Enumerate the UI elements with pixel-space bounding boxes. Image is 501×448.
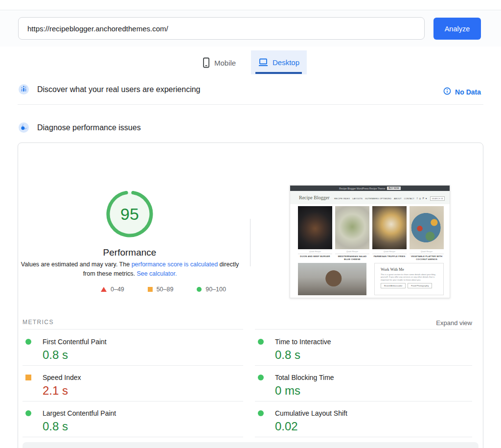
row-divider [255,437,472,437]
thumb-post-3: Quick Recipe PARMESAN TRUFFLE FRIES [372,206,407,258]
fcp-status-icon [25,339,31,345]
performance-gauge: 95 [105,189,154,238]
thumb-nav-recipe-index: RECIPE INDEX [334,197,350,200]
thumb-nav-gutenberg: GUTENBERG OPTIMIZED [365,197,391,200]
cls-value: 0.02 [275,420,298,433]
collapsed-section-bar[interactable] [23,442,478,448]
thumb-search-icon [441,198,443,199]
thumb-search-label: SEARCH [432,197,440,200]
legend-good-label: 90–100 [205,286,226,293]
thumb-post-4: Quick Recipe VEGETABLE PLATTER WITH COCO… [410,206,444,260]
disclaimer-text: Values are estimated and may vary. The [21,261,132,268]
thumb-post-title: PARMESAN TRUFFLE FRIES [372,254,407,258]
row-divider [23,365,243,366]
tti-label: Time to Interactive [275,338,331,346]
tab-mobile[interactable]: Mobile [203,54,236,71]
field-data-section-header: Discover what your real users are experi… [0,84,501,94]
thumb-buy-now-button: BUY NOW [387,187,400,190]
pagespeed-insights-page: Analyze Mobile Desktop [0,0,501,448]
row-divider [255,365,472,366]
thumb-post-title: VEGETABLE PLATTER WITH COCONUT AMINOS [410,254,444,260]
tab-mobile-label: Mobile [214,59,236,67]
tti-value: 0.8 s [275,348,300,362]
thumb-post-kicker: Quick Recipe [410,250,444,253]
thumb-post-title: MEDITERRANEAN SALAD BLUE CHEESE [335,254,369,260]
thumb-work-title: Work With Me [381,267,437,272]
thumb-site-logo: Recipe Blogger [299,195,329,200]
performance-disclaimer: Values are estimated and may vary. The p… [19,260,241,279]
tti-status-icon [258,339,264,345]
metrics-heading: METRICS [23,319,54,326]
lcp-status-icon [25,410,31,416]
speed-index-value: 2.1 s [43,384,68,398]
row-divider [255,401,472,401]
desktop-laptop-icon [258,58,268,67]
tab-desktop[interactable]: Desktop [251,50,307,74]
thumb-site-header: Recipe Blogger RECIPE INDEX LAYOUTS GUTE… [290,191,450,204]
thumb-post-title: DIJON AND BEEF BURGER [298,254,332,258]
final-screenshot-thumbnail[interactable]: Recipe Blogger WordPress Recipe Theme BU… [290,185,450,298]
good-circle-icon [197,287,202,292]
thumb-social-icons: f ◎ P ♥ [417,197,428,200]
field-data-title: Discover what your real users are experi… [37,85,200,94]
thumb-post-kicker: Quick Recipe [298,250,332,253]
thumb-work-body: This is a great section to share some de… [381,273,437,281]
speed-index-label: Speed Index [43,374,81,381]
thumb-nav-contact: CONTACT [404,197,414,200]
score-legend: 0–49 50–89 90–100 [101,286,226,293]
thumb-work-buttons: Brand Ambassador Food Photography [381,283,437,288]
average-square-icon [148,287,153,292]
thumb-post-image-fries [372,206,407,249]
thumb-post-kicker: Quick Recipe [372,250,407,253]
tab-selected-underline [255,72,302,74]
tbt-value: 0 ms [275,384,300,398]
speed-index-status-icon [25,375,31,380]
lab-data-section-header: Diagnose performance issues [0,122,501,133]
row-divider [23,437,243,437]
legend-average: 50–89 [148,286,174,293]
thumb-site-nav: RECIPE INDEX LAYOUTS GUTENBERG OPTIMIZED… [334,196,445,201]
no-data-status[interactable]: No Data [443,87,481,97]
column-divider [250,219,250,266]
fcp-value: 0.8 s [43,348,68,362]
thumb-nav-about: ABOUT [394,197,401,200]
see-calculator-link[interactable]: See calculator. [137,270,177,277]
score-calc-link[interactable]: performance score is calculated [132,261,218,268]
legend-good: 90–100 [197,286,226,293]
url-input[interactable] [18,17,425,40]
diagnose-icon [19,122,29,133]
thumb-post-kicker: Quick Recipe [335,250,369,253]
thumb-work-with-me-card: Work With Me This is a great section to … [374,263,444,295]
tbt-label: Total Blocking Time [275,374,334,381]
fcp-label: First Contentful Paint [43,338,107,346]
thumb-search-box: SEARCH [430,196,445,201]
thumb-post-1: Quick Recipe DIJON AND BEEF BURGER [298,206,332,258]
mobile-phone-icon [203,57,210,68]
thumb-promo-text: Recipe Blogger WordPress Recipe Theme [339,187,385,190]
tab-desktop-label: Desktop [273,58,299,67]
legend-average-label: 50–89 [157,286,174,293]
thumb-promo-bar: Recipe Blogger WordPress Recipe Theme BU… [290,186,450,191]
lab-data-title: Diagnose performance issues [37,123,141,132]
info-icon [443,87,451,97]
metrics-left-divider [23,329,243,330]
analyze-button[interactable]: Analyze [433,18,481,40]
thumb-brand-button: Brand Ambassador [381,283,406,288]
thumb-post-image-burger [298,206,332,249]
real-users-icon [19,84,29,94]
thumb-photo-button: Food Photography [408,283,432,288]
expand-view-button[interactable]: Expand view [436,319,472,327]
thumb-post-2: Quick Recipe MEDITERRANEAN SALAD BLUE CH… [335,206,369,260]
row-divider [23,401,243,401]
thumb-author-photo [298,263,366,295]
section-divider [18,104,483,105]
lcp-value: 0.8 s [43,420,68,433]
performance-label: Performance [56,247,203,258]
tbt-status-icon [258,375,264,380]
metrics-right-divider [255,329,472,330]
cls-label: Cumulative Layout Shift [275,409,347,417]
no-data-label: No Data [455,88,481,96]
cls-status-icon [258,410,264,416]
performance-score: 95 [105,189,154,238]
legend-fail: 0–49 [101,286,124,293]
